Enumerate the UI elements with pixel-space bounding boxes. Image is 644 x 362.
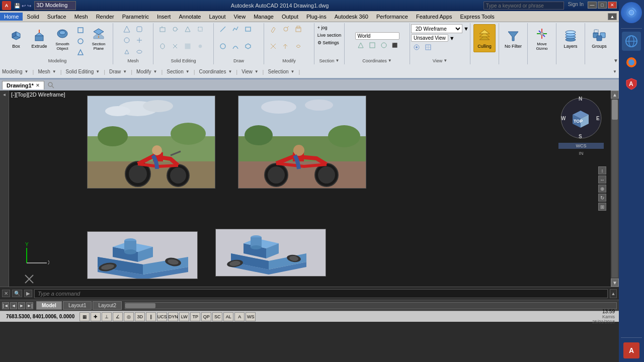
coord-btn-4[interactable]: ⬛ [390, 41, 399, 50]
status-lw-btn[interactable]: LW [179, 312, 189, 321]
view-btn-1[interactable] [411, 43, 422, 52]
draw-1[interactable] [217, 24, 229, 34]
status-ws-btn[interactable]: WS [246, 312, 256, 321]
tab-model[interactable]: Model [36, 301, 62, 310]
status-osnap-btn[interactable]: ◎ [124, 312, 134, 321]
section-add-btn[interactable]: + jog [315, 24, 330, 31]
draw-5[interactable] [229, 41, 242, 51]
selection-expand[interactable]: ▼ [613, 58, 618, 63]
search-input[interactable] [484, 2, 564, 10]
groups-button[interactable]: Groups [588, 24, 610, 52]
coordinates-expand[interactable]: ▼ [388, 58, 392, 63]
taskbar-ie-icon[interactable] [622, 32, 641, 51]
modify-3[interactable] [292, 24, 304, 34]
mesh-tool-6[interactable] [133, 47, 145, 57]
mesh-tool-3[interactable] [121, 35, 133, 45]
solid-edit-7[interactable] [182, 41, 194, 51]
menu-output[interactable]: Output [278, 13, 302, 21]
coord-btn-1[interactable] [355, 41, 366, 50]
menu-view[interactable]: View [230, 13, 250, 21]
culling-button[interactable]: Culling [473, 24, 496, 52]
menu-express[interactable]: Express Tools [456, 13, 499, 21]
ribbon-minimize-btn[interactable]: ▲ [608, 13, 617, 20]
tab-nav-prev[interactable]: ◄ [10, 302, 17, 309]
menu-render[interactable]: Render [92, 13, 118, 21]
maximize-button[interactable]: □ [598, 2, 607, 9]
taskbar-autocad-icon[interactable]: A [622, 341, 641, 360]
view-btn-2[interactable] [423, 43, 434, 52]
menu-mesh[interactable]: Mesh [70, 13, 92, 21]
unsaved-view-dropdown[interactable]: Unsaved View [411, 34, 448, 42]
section-row2-expand[interactable]: ▼ [186, 69, 190, 74]
menu-insert[interactable]: Insert [153, 13, 175, 21]
tab-nav-first[interactable]: |◄ [2, 302, 9, 309]
close-button[interactable]: ✕ [608, 2, 617, 9]
menu-annotate[interactable]: Annotate [175, 13, 205, 21]
status-ucs-btn[interactable]: UCS [157, 312, 167, 321]
ribbon-row2-expand-right[interactable]: ▼ [613, 69, 617, 74]
status-qp-btn[interactable]: QP [201, 312, 211, 321]
no-filter-button[interactable]: No Filter [502, 24, 524, 52]
section-live-btn[interactable]: Live section [315, 32, 344, 39]
vp-ctrl-5[interactable]: ⊞ [598, 203, 606, 211]
cmd-arrow-btn[interactable]: ▶ [24, 290, 32, 297]
draw-3[interactable] [242, 24, 254, 34]
selection-row2-expand[interactable]: ▼ [291, 69, 295, 74]
smooth-object-button[interactable]: Smooth Object [51, 24, 73, 52]
solid-editing-row2-expand[interactable]: ▼ [96, 69, 100, 74]
solid-edit-6[interactable] [169, 41, 181, 51]
world-dropdown[interactable]: World [355, 32, 399, 40]
status-tp-btn[interactable]: TP [190, 312, 200, 321]
menu-plugins[interactable]: Plug-ins [302, 13, 331, 21]
status-3dosnap-btn[interactable]: 3D [135, 312, 145, 321]
taskbar-firefox-icon[interactable] [622, 53, 641, 72]
modify-1[interactable] [267, 24, 279, 34]
horizontal-scrollbar[interactable] [125, 302, 617, 309]
windows-start-button[interactable] [621, 2, 642, 23]
tab-layout1[interactable]: Layout1 [63, 301, 92, 310]
nav-cube[interactable]: TOP [568, 107, 594, 131]
status-polar-btn[interactable]: ∠ [113, 312, 123, 321]
h-scroll-thumb[interactable] [125, 303, 155, 308]
command-input[interactable] [34, 289, 608, 298]
coordinates-row2-expand[interactable]: ▼ [228, 69, 232, 74]
status-ortho-btn[interactable]: ⊥ [102, 312, 112, 321]
draw-row2-expand[interactable]: ▼ [123, 69, 127, 74]
coord-btn-3[interactable] [378, 41, 389, 50]
solid-edit-3[interactable] [182, 24, 194, 34]
mesh-tool-5[interactable] [121, 47, 133, 57]
tab-layout2[interactable]: Layout2 [93, 301, 122, 310]
move-gizmo-button[interactable]: Move Gizmo [531, 24, 553, 52]
status-grid-btn[interactable]: ▦ [79, 312, 90, 321]
section-expand-arrow[interactable]: ▼ [336, 58, 340, 63]
coord-btn-2[interactable] [367, 41, 378, 50]
menu-autodesk360[interactable]: Autodesk 360 [331, 13, 372, 21]
menu-surface[interactable]: Surface [43, 13, 70, 21]
view-expand[interactable]: ▼ [443, 58, 447, 63]
wireframe-dropdown[interactable]: 2D Wireframe [411, 24, 462, 33]
menu-home[interactable]: Home [0, 13, 23, 21]
view-row2-expand[interactable]: ▼ [255, 69, 259, 74]
scroll-down-btn[interactable]: ▼ [611, 279, 619, 287]
menu-featured[interactable]: Featured Apps [412, 13, 456, 21]
mesh-tool-2[interactable] [133, 24, 145, 34]
doc-tab-drawing1[interactable]: Drawing1* ✕ [2, 81, 44, 89]
vp-ctrl-1[interactable]: ↕ [598, 166, 606, 174]
cmd-expand-btn[interactable]: ▲ [610, 289, 617, 298]
status-snap-btn[interactable]: ✚ [91, 312, 101, 321]
status-sc-btn[interactable]: SC [212, 312, 222, 321]
modify-6[interactable] [292, 41, 304, 51]
solid-edit-8[interactable] [194, 41, 206, 51]
cmd-close-btn[interactable]: ✕ [2, 290, 10, 297]
menu-parametric[interactable]: Parametric [118, 13, 153, 21]
solid-edit-4[interactable] [194, 24, 206, 34]
status-dyn-btn[interactable]: DYN [168, 312, 178, 321]
mesh-row2-expand[interactable]: ▼ [52, 69, 56, 74]
menu-layout[interactable]: Layout [205, 13, 229, 21]
tab-nav-next[interactable]: ► [18, 302, 25, 309]
section-settings-btn[interactable]: ⚙ Settings [315, 39, 341, 46]
draw-2[interactable] [229, 24, 242, 34]
status-al-btn[interactable]: AL [223, 312, 233, 321]
tab-nav-last[interactable]: ►| [26, 302, 33, 309]
draw-6[interactable] [242, 41, 254, 51]
